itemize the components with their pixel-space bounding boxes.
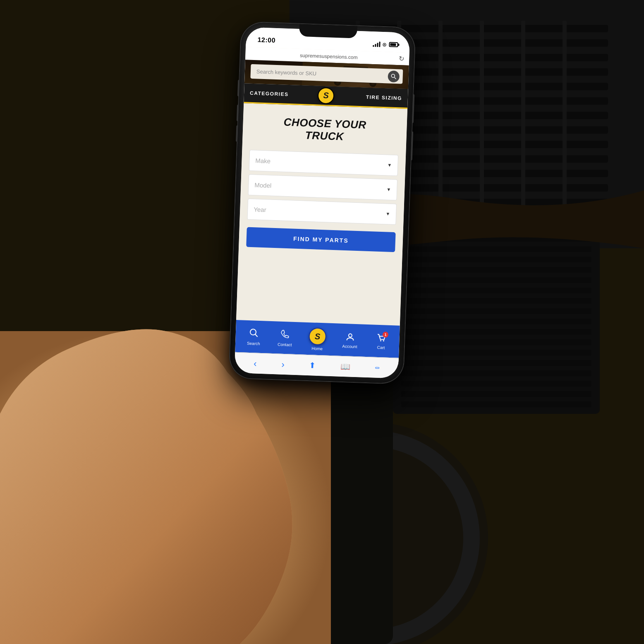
signal-bars-icon <box>373 41 380 47</box>
svg-rect-25 <box>401 267 591 273</box>
nav-tire-sizing-label[interactable]: TIRE SIZING <box>366 94 402 101</box>
bottom-nav-cart[interactable]: 1 Cart <box>370 333 391 350</box>
svg-point-57 <box>250 329 256 335</box>
home-nav-label: Home <box>311 346 323 351</box>
safari-back-button[interactable]: ‹ <box>253 358 256 369</box>
account-nav-label: Account <box>342 344 357 349</box>
year-placeholder: Year <box>254 206 266 213</box>
svg-line-58 <box>255 334 257 337</box>
safari-forward-button[interactable]: › <box>281 359 284 370</box>
svg-rect-32 <box>401 339 591 345</box>
safari-share-button[interactable]: ⬆ <box>309 360 316 370</box>
model-dropdown[interactable]: Model ▼ <box>248 174 397 201</box>
svg-rect-33 <box>401 350 591 356</box>
signal-bar-4 <box>379 42 380 47</box>
phone-notch <box>299 24 357 38</box>
page-title: CHOOSE YOUR TRUCK <box>250 115 400 145</box>
bottom-nav-account[interactable]: Account <box>339 332 360 349</box>
svg-point-61 <box>383 340 384 341</box>
svg-rect-20 <box>563 21 567 211</box>
year-dropdown-container: Year ▼ <box>247 199 397 225</box>
nav-logo-text: S <box>323 91 328 100</box>
main-content-area: CHOOSE YOUR TRUCK Make ▼ <box>236 103 407 326</box>
svg-rect-29 <box>401 308 591 314</box>
url-text: supremesuspensions.com <box>259 51 399 62</box>
svg-rect-38 <box>401 401 591 407</box>
cart-badge: 1 <box>382 332 388 337</box>
screen-content: 12:00 ⊛ <box>234 27 410 378</box>
nav-logo[interactable]: S <box>317 87 334 104</box>
nav-categories-label[interactable]: CATEGORIES <box>249 90 288 97</box>
phone-screen: 12:00 ⊛ <box>234 27 410 378</box>
find-parts-button[interactable]: FIND MY PARTS <box>246 227 395 252</box>
svg-point-60 <box>380 340 381 341</box>
svg-line-56 <box>394 77 396 79</box>
refresh-button[interactable]: ↻ <box>398 55 404 62</box>
make-placeholder: Make <box>255 157 271 164</box>
search-nav-icon <box>249 328 259 340</box>
svg-rect-27 <box>401 288 591 293</box>
make-chevron-icon: ▼ <box>387 163 392 168</box>
safari-bookmarks-button[interactable]: 📖 <box>340 362 350 372</box>
contact-nav-icon <box>280 329 290 341</box>
model-chevron-icon: ▼ <box>386 187 391 192</box>
svg-rect-19 <box>521 21 525 211</box>
search-nav-label: Search <box>247 341 260 346</box>
scene: 12:00 ⊛ <box>0 0 644 644</box>
svg-rect-23 <box>401 246 591 252</box>
phone-icon <box>280 329 290 339</box>
signal-bar-2 <box>375 44 376 47</box>
svg-point-59 <box>348 334 352 337</box>
svg-rect-37 <box>401 391 591 397</box>
home-nav-logo: S <box>308 327 326 345</box>
svg-point-55 <box>391 74 395 77</box>
bottom-nav-home[interactable]: S Home <box>305 327 329 351</box>
account-nav-icon <box>345 332 354 343</box>
status-time: 12:00 <box>257 36 275 44</box>
search-icon <box>249 328 259 338</box>
search-icon <box>390 73 396 79</box>
svg-rect-28 <box>401 298 591 304</box>
cart-nav-label: Cart <box>377 345 385 350</box>
svg-rect-26 <box>401 277 591 283</box>
svg-rect-36 <box>401 381 591 387</box>
bottom-nav-search[interactable]: Search <box>243 328 264 346</box>
search-placeholder: Search keywords or SKU <box>256 68 316 77</box>
svg-rect-17 <box>438 21 443 211</box>
phone-device: 12:00 ⊛ <box>229 22 415 384</box>
contact-nav-label: Contact <box>277 342 292 347</box>
svg-rect-31 <box>401 329 591 335</box>
home-logo-text: S <box>314 332 320 341</box>
model-dropdown-container: Model ▼ <box>248 174 397 201</box>
make-dropdown[interactable]: Make ▼ <box>249 150 398 176</box>
bottom-nav: Search Contact <box>235 320 400 358</box>
svg-rect-18 <box>480 21 484 211</box>
make-dropdown-container: Make ▼ <box>249 150 398 176</box>
search-submit-button[interactable] <box>388 70 400 82</box>
user-icon <box>345 332 354 341</box>
svg-rect-30 <box>401 319 591 324</box>
battery-icon <box>389 42 398 47</box>
safari-tabs-button[interactable] <box>375 367 379 368</box>
svg-rect-35 <box>401 370 591 376</box>
phone-outer-frame: 12:00 ⊛ <box>229 22 415 384</box>
signal-bar-3 <box>377 43 378 47</box>
model-placeholder: Model <box>254 181 271 189</box>
svg-rect-24 <box>401 257 591 262</box>
svg-rect-34 <box>401 360 591 366</box>
year-dropdown[interactable]: Year ▼ <box>247 199 397 225</box>
signal-bar-1 <box>373 45 374 47</box>
cart-nav-icon: 1 <box>376 333 386 344</box>
wifi-icon: ⊛ <box>382 41 387 47</box>
status-icons: ⊛ <box>373 41 398 48</box>
bottom-nav-contact[interactable]: Contact <box>274 329 295 347</box>
year-chevron-icon: ▼ <box>385 211 390 216</box>
battery-fill <box>390 43 396 46</box>
